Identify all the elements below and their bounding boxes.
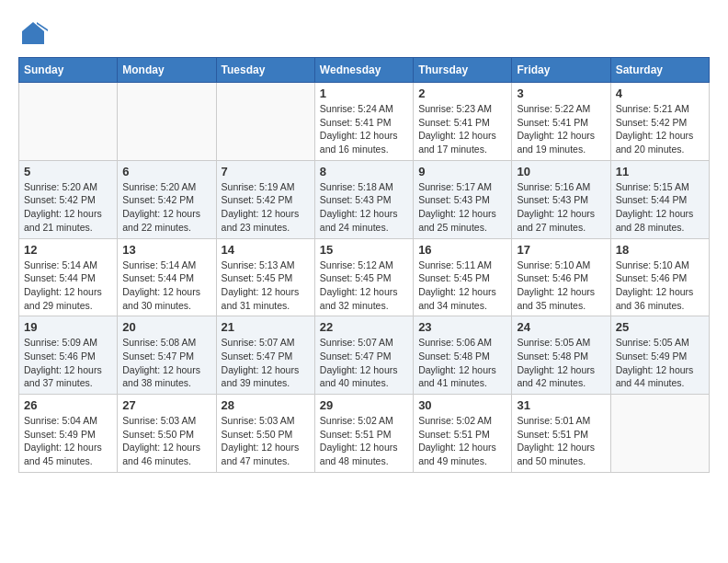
day-number: 18: [616, 243, 704, 257]
calendar-cell: 23Sunrise: 5:06 AM Sunset: 5:48 PM Dayli…: [414, 316, 512, 395]
header-friday: Friday: [512, 58, 610, 83]
day-info: Sunrise: 5:11 AM Sunset: 5:45 PM Dayligh…: [418, 259, 506, 313]
day-number: 30: [418, 398, 506, 412]
calendar-cell: 4Sunrise: 5:21 AM Sunset: 5:42 PM Daylig…: [610, 83, 709, 161]
day-number: 25: [616, 320, 704, 334]
calendar-cell: 14Sunrise: 5:13 AM Sunset: 5:45 PM Dayli…: [216, 238, 314, 316]
logo-icon: [18, 18, 48, 48]
calendar-cell: 20Sunrise: 5:08 AM Sunset: 5:47 PM Dayli…: [118, 316, 216, 395]
day-info: Sunrise: 5:20 AM Sunset: 5:42 PM Dayligh…: [122, 180, 210, 235]
calendar-cell: 18Sunrise: 5:10 AM Sunset: 5:46 PM Dayli…: [610, 238, 709, 316]
calendar-cell: 30Sunrise: 5:02 AM Sunset: 5:51 PM Dayli…: [414, 395, 512, 473]
day-info: Sunrise: 5:24 AM Sunset: 5:41 PM Dayligh…: [320, 102, 408, 156]
day-number: 16: [418, 243, 506, 257]
day-info: Sunrise: 5:05 AM Sunset: 5:49 PM Dayligh…: [616, 336, 704, 390]
calendar-table: SundayMondayTuesdayWednesdayThursdayFrid…: [18, 57, 710, 473]
day-number: 10: [517, 165, 605, 178]
day-info: Sunrise: 5:15 AM Sunset: 5:44 PM Dayligh…: [616, 180, 704, 235]
calendar-week-4: 19Sunrise: 5:09 AM Sunset: 5:46 PM Dayli…: [19, 316, 710, 395]
day-number: 26: [24, 398, 112, 412]
day-info: Sunrise: 5:03 AM Sunset: 5:50 PM Dayligh…: [122, 414, 210, 468]
day-info: Sunrise: 5:08 AM Sunset: 5:47 PM Dayligh…: [122, 336, 210, 390]
day-info: Sunrise: 5:09 AM Sunset: 5:46 PM Dayligh…: [24, 336, 112, 390]
day-number: 22: [320, 320, 408, 334]
header-monday: Monday: [118, 58, 216, 83]
header-saturday: Saturday: [610, 58, 709, 83]
calendar-cell: 22Sunrise: 5:07 AM Sunset: 5:47 PM Dayli…: [314, 316, 413, 395]
day-info: Sunrise: 5:07 AM Sunset: 5:47 PM Dayligh…: [320, 336, 408, 390]
calendar-cell: [216, 83, 314, 161]
day-number: 9: [418, 165, 506, 178]
calendar-cell: 8Sunrise: 5:18 AM Sunset: 5:43 PM Daylig…: [314, 160, 413, 238]
day-info: Sunrise: 5:21 AM Sunset: 5:42 PM Dayligh…: [616, 102, 704, 156]
day-info: Sunrise: 5:07 AM Sunset: 5:47 PM Dayligh…: [222, 336, 310, 390]
svg-rect-2: [22, 31, 44, 44]
calendar-cell: 15Sunrise: 5:12 AM Sunset: 5:45 PM Dayli…: [314, 238, 413, 316]
calendar-cell: [118, 83, 216, 161]
day-number: 23: [418, 320, 506, 334]
calendar-cell: 9Sunrise: 5:17 AM Sunset: 5:43 PM Daylig…: [414, 160, 512, 238]
calendar-cell: 26Sunrise: 5:04 AM Sunset: 5:49 PM Dayli…: [19, 395, 118, 473]
calendar-cell: 28Sunrise: 5:03 AM Sunset: 5:50 PM Dayli…: [216, 395, 314, 473]
calendar-cell: 3Sunrise: 5:22 AM Sunset: 5:41 PM Daylig…: [512, 83, 610, 161]
day-number: 12: [24, 243, 112, 257]
calendar-week-5: 26Sunrise: 5:04 AM Sunset: 5:49 PM Dayli…: [19, 395, 710, 473]
calendar-week-2: 5Sunrise: 5:20 AM Sunset: 5:42 PM Daylig…: [19, 160, 710, 238]
day-info: Sunrise: 5:05 AM Sunset: 5:48 PM Dayligh…: [517, 336, 605, 390]
day-info: Sunrise: 5:10 AM Sunset: 5:46 PM Dayligh…: [616, 259, 704, 313]
day-number: 14: [222, 243, 310, 257]
day-info: Sunrise: 5:14 AM Sunset: 5:44 PM Dayligh…: [122, 259, 210, 313]
calendar-cell: 21Sunrise: 5:07 AM Sunset: 5:47 PM Dayli…: [216, 316, 314, 395]
calendar-cell: 7Sunrise: 5:19 AM Sunset: 5:42 PM Daylig…: [216, 160, 314, 238]
day-number: 7: [222, 165, 310, 178]
day-number: 8: [320, 165, 408, 178]
day-number: 2: [418, 86, 506, 100]
calendar-cell: [19, 83, 118, 161]
calendar-cell: 31Sunrise: 5:01 AM Sunset: 5:51 PM Dayli…: [512, 395, 610, 473]
day-number: 24: [517, 320, 605, 334]
calendar-cell: 27Sunrise: 5:03 AM Sunset: 5:50 PM Dayli…: [118, 395, 216, 473]
day-number: 6: [122, 165, 210, 178]
calendar-cell: [610, 395, 709, 473]
header-thursday: Thursday: [414, 58, 512, 83]
day-info: Sunrise: 5:06 AM Sunset: 5:48 PM Dayligh…: [418, 336, 506, 390]
day-number: 20: [122, 320, 210, 334]
calendar-cell: 16Sunrise: 5:11 AM Sunset: 5:45 PM Dayli…: [414, 238, 512, 316]
day-info: Sunrise: 5:23 AM Sunset: 5:41 PM Dayligh…: [418, 102, 506, 156]
day-number: 4: [616, 86, 704, 100]
calendar-header-row: SundayMondayTuesdayWednesdayThursdayFrid…: [19, 58, 710, 83]
day-number: 19: [24, 320, 112, 334]
day-number: 11: [616, 165, 704, 178]
calendar-cell: 29Sunrise: 5:02 AM Sunset: 5:51 PM Dayli…: [314, 395, 413, 473]
day-info: Sunrise: 5:04 AM Sunset: 5:49 PM Dayligh…: [24, 414, 112, 468]
header: [18, 18, 710, 48]
day-info: Sunrise: 5:01 AM Sunset: 5:51 PM Dayligh…: [517, 414, 605, 468]
calendar-cell: 24Sunrise: 5:05 AM Sunset: 5:48 PM Dayli…: [512, 316, 610, 395]
calendar-cell: 12Sunrise: 5:14 AM Sunset: 5:44 PM Dayli…: [19, 238, 118, 316]
calendar-cell: 17Sunrise: 5:10 AM Sunset: 5:46 PM Dayli…: [512, 238, 610, 316]
header-sunday: Sunday: [19, 58, 118, 83]
calendar-cell: 25Sunrise: 5:05 AM Sunset: 5:49 PM Dayli…: [610, 316, 709, 395]
day-number: 13: [122, 243, 210, 257]
day-info: Sunrise: 5:20 AM Sunset: 5:42 PM Dayligh…: [24, 180, 112, 235]
calendar-cell: 13Sunrise: 5:14 AM Sunset: 5:44 PM Dayli…: [118, 238, 216, 316]
day-info: Sunrise: 5:13 AM Sunset: 5:45 PM Dayligh…: [222, 259, 310, 313]
day-info: Sunrise: 5:16 AM Sunset: 5:43 PM Dayligh…: [517, 180, 605, 235]
day-info: Sunrise: 5:19 AM Sunset: 5:42 PM Dayligh…: [222, 180, 310, 235]
day-info: Sunrise: 5:02 AM Sunset: 5:51 PM Dayligh…: [320, 414, 408, 468]
calendar-week-1: 1Sunrise: 5:24 AM Sunset: 5:41 PM Daylig…: [19, 83, 710, 161]
day-number: 21: [222, 320, 310, 334]
calendar-cell: 5Sunrise: 5:20 AM Sunset: 5:42 PM Daylig…: [19, 160, 118, 238]
calendar-cell: 19Sunrise: 5:09 AM Sunset: 5:46 PM Dayli…: [19, 316, 118, 395]
day-number: 1: [320, 86, 408, 100]
day-number: 3: [517, 86, 605, 100]
header-wednesday: Wednesday: [314, 58, 413, 83]
day-number: 29: [320, 398, 408, 412]
calendar-cell: 6Sunrise: 5:20 AM Sunset: 5:42 PM Daylig…: [118, 160, 216, 238]
day-info: Sunrise: 5:14 AM Sunset: 5:44 PM Dayligh…: [24, 259, 112, 313]
day-info: Sunrise: 5:10 AM Sunset: 5:46 PM Dayligh…: [517, 259, 605, 313]
calendar-cell: 1Sunrise: 5:24 AM Sunset: 5:41 PM Daylig…: [314, 83, 413, 161]
day-info: Sunrise: 5:12 AM Sunset: 5:45 PM Dayligh…: [320, 259, 408, 313]
day-info: Sunrise: 5:03 AM Sunset: 5:50 PM Dayligh…: [222, 414, 310, 468]
calendar-cell: 11Sunrise: 5:15 AM Sunset: 5:44 PM Dayli…: [610, 160, 709, 238]
